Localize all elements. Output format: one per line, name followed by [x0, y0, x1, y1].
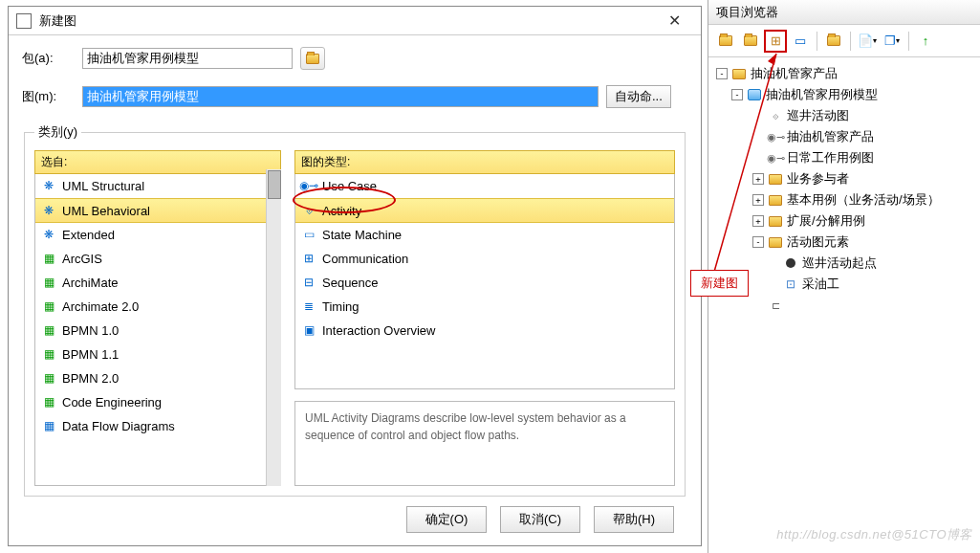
new-package-button[interactable] [714, 30, 737, 53]
category-item[interactable]: ▦BPMN 1.0 [35, 319, 280, 343]
select-from-header: 选自: [34, 150, 281, 174]
tree-actor[interactable]: 采油工 [712, 274, 976, 295]
category-item[interactable]: ❋Extended [35, 223, 280, 247]
doc-icon: 📄 [858, 33, 873, 48]
activity-icon: ⟐ [301, 203, 316, 218]
category-item[interactable]: ▦Code Engineering [35, 390, 280, 414]
category-fieldset: 类别(y) 选自: ❋UML Structural ❋UML Behaviora… [24, 123, 686, 497]
tree-diagram[interactable]: ⟐巡井活动图 [712, 105, 976, 126]
project-tree[interactable]: -抽油机管家产品 -抽油机管家用例模型 ⟐巡井活动图 ◉⊸抽油机管家产品 ◉⊸日… [708, 57, 980, 321]
diagram-name-label: 图(m): [22, 88, 75, 105]
diagram-types-header: 图的类型: [294, 150, 675, 174]
usecase-diagram-icon: ◉⊸ [768, 150, 783, 166]
copy-dropdown[interactable]: ❐▾ [881, 30, 904, 53]
tree-root[interactable]: -抽油机管家产品 [712, 63, 976, 84]
category-item[interactable]: ▦Archimate 2.0 [35, 295, 280, 319]
tree-element[interactable]: 巡井活动起点 [712, 253, 976, 274]
browse-package-button[interactable] [300, 47, 325, 70]
collapse-icon[interactable]: - [752, 236, 764, 248]
copy-icon: ❐ [884, 33, 896, 48]
category-item[interactable]: ▦Data Flow Diagrams [35, 414, 280, 438]
category-item[interactable]: ▦BPMN 1.1 [35, 343, 280, 366]
diagram-type-list[interactable]: ◉⊸Use Case ⟐Activity ▭State Machine ⊞Com… [294, 174, 675, 389]
type-item[interactable]: ≣Timing [295, 295, 674, 319]
collapse-icon[interactable]: - [731, 89, 743, 100]
tree-empty[interactable]: ⊏ [712, 295, 976, 316]
tree-model[interactable]: -抽油机管家用例模型 [712, 84, 976, 105]
app-icon [16, 13, 32, 29]
folder-icon [769, 237, 782, 248]
help-button[interactable]: 帮助(H) [594, 506, 674, 533]
folder-icon [769, 174, 782, 185]
annotation-label: 新建图 [690, 270, 749, 297]
uml-icon: ❋ [41, 227, 56, 242]
activity-diagram-icon: ⟐ [768, 108, 783, 123]
expand-icon[interactable]: + [752, 194, 764, 206]
category-item[interactable]: ▦ArchiMate [35, 271, 280, 295]
separator [817, 32, 817, 51]
ok-button[interactable]: 确定(O) [406, 506, 487, 533]
diagram-name-input[interactable] [82, 86, 599, 107]
doc-dropdown[interactable]: 📄▾ [856, 30, 879, 53]
type-item[interactable]: ▭State Machine [295, 223, 674, 247]
type-item[interactable]: ⟐Activity [295, 198, 674, 223]
title-bar: 新建图 ✕ [9, 7, 701, 35]
dialog-title: 新建图 [39, 12, 655, 30]
folder-icon [719, 35, 732, 46]
usecase-icon: ◉⊸ [301, 178, 316, 193]
template-icon: ▦ [41, 370, 56, 386]
tree-diagram[interactable]: ◉⊸抽油机管家产品 [712, 126, 976, 147]
auto-name-button[interactable]: 自动命... [606, 85, 671, 108]
interaction-icon: ▣ [301, 322, 316, 338]
type-item[interactable]: ◉⊸Use Case [295, 174, 674, 198]
type-item[interactable]: ⊞Communication [295, 247, 674, 271]
separator [908, 32, 909, 51]
uml-icon: ❋ [41, 178, 56, 193]
sequence-icon: ⊟ [301, 275, 316, 290]
new-element-button[interactable]: ▭ [789, 30, 812, 53]
scrollbar[interactable] [266, 169, 281, 486]
initial-node-icon [786, 258, 795, 268]
category-list[interactable]: ❋UML Structural ❋UML Behavioral ❋Extende… [34, 174, 281, 486]
tree-folder[interactable]: +扩展/分解用例 [712, 210, 976, 232]
category-item[interactable]: ▦ArcGIS [35, 247, 280, 271]
template-icon: ▦ [41, 299, 56, 314]
category-item[interactable]: ❋UML Behavioral [35, 198, 280, 223]
separator [850, 32, 851, 51]
browser-title: 项目浏览器 [708, 0, 980, 25]
tree-folder[interactable]: -活动图元素 [712, 232, 976, 253]
template-icon: ▦ [41, 322, 56, 338]
link-button[interactable] [822, 30, 845, 53]
expand-icon[interactable]: + [752, 173, 764, 185]
folder-plus-icon [744, 35, 757, 46]
browser-toolbar: ⊞ ▭ 📄▾ ❐▾ ↑ [708, 25, 980, 57]
new-model-button[interactable] [739, 30, 762, 53]
close-button[interactable]: ✕ [655, 7, 693, 35]
collapse-icon[interactable]: - [716, 68, 728, 79]
cancel-button[interactable]: 取消(C) [500, 506, 580, 533]
category-item[interactable]: ❋UML Structural [35, 174, 280, 198]
up-arrow-button[interactable]: ↑ [914, 30, 937, 53]
folder-icon [732, 69, 746, 79]
timing-icon: ≣ [301, 299, 316, 314]
template-icon: ▦ [41, 394, 56, 409]
template-icon: ▦ [41, 346, 56, 362]
tree-folder[interactable]: +业务参与者 [712, 168, 976, 189]
empty-icon: ⊏ [768, 298, 783, 313]
tree-folder[interactable]: +基本用例（业务活动/场景） [712, 189, 976, 210]
package-icon [748, 89, 761, 100]
new-diagram-button[interactable]: ⊞ [764, 30, 787, 53]
folder-icon [769, 216, 782, 227]
expand-icon[interactable]: + [752, 215, 764, 227]
category-item[interactable]: ▦BPMN 2.0 [35, 366, 280, 390]
package-input[interactable] [82, 48, 293, 69]
type-item[interactable]: ▣Interaction Overview [295, 319, 674, 343]
tree-diagram[interactable]: ◉⊸日常工作用例图 [712, 147, 976, 168]
uml-icon: ❋ [41, 203, 56, 218]
new-diagram-dialog: 新建图 ✕ 包(a): 图(m): 自动命... 类别(y) 选自: ❋UML … [8, 6, 702, 546]
element-icon: ▭ [795, 33, 806, 48]
folder-link-icon [827, 35, 840, 46]
type-item[interactable]: ⊟Sequence [295, 271, 674, 295]
state-icon: ▭ [301, 227, 316, 242]
template-icon: ▦ [41, 251, 56, 266]
